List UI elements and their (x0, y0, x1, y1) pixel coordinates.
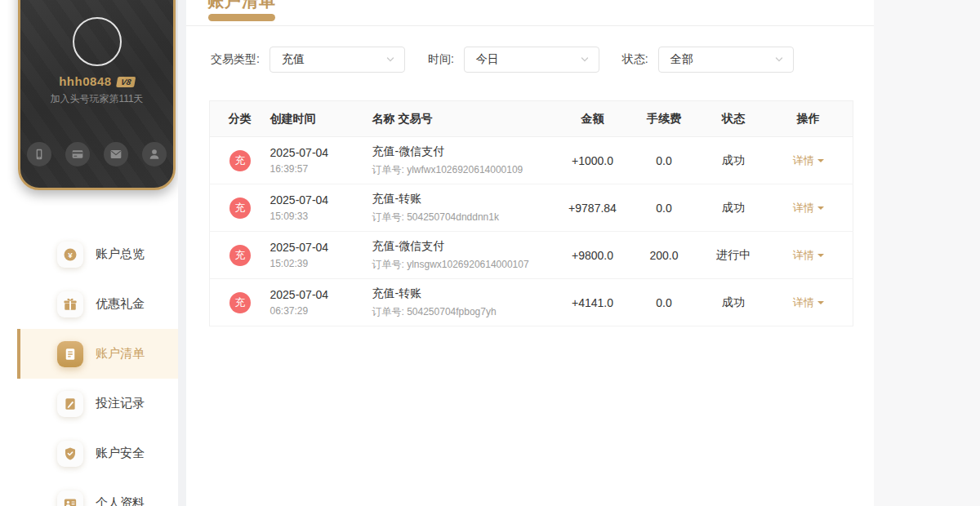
row-amount: +9800.0 (572, 249, 613, 262)
column-header: 名称 交易号 (372, 101, 560, 137)
title-underline (208, 14, 275, 21)
column-header: 操作 (764, 101, 853, 137)
quick-action-button[interactable] (65, 142, 90, 166)
join-days-text: 加入头号玩家第111天 (20, 92, 173, 106)
filter-group: 状态:全部 (622, 47, 794, 73)
row-date: 2025-07-04 (270, 288, 372, 301)
caret-down-icon (817, 301, 824, 308)
filter-label: 时间: (428, 52, 454, 67)
record-icon (63, 397, 78, 411)
category-badge: 充 (229, 292, 251, 313)
column-header: 分类 (210, 101, 270, 137)
select-value: 今日 (476, 52, 580, 67)
profile-card: hhh0848V8 加入头号玩家第111天 (18, 0, 176, 190)
table-body: 充2025-07-0416:39:57充值-微信支付订单号: ylwfwx102… (210, 137, 853, 326)
detail-link[interactable]: 详情 (793, 296, 824, 308)
category-badge: 充 (229, 245, 251, 266)
column-header: 创建时间 (270, 101, 372, 137)
sidebar-item[interactable]: 账户安全 (0, 428, 178, 478)
row-name: 充值-微信支付 (372, 144, 560, 159)
detail-link[interactable]: 详情 (793, 249, 824, 261)
main-content: 账户清单 交易类型:充值时间:今日状态:全部 分类创建时间名称 交易号金额手续费… (186, 0, 874, 506)
contact-icon (148, 148, 161, 161)
filter-label: 交易类型: (211, 52, 260, 67)
filter-select[interactable]: 全部 (658, 47, 794, 73)
detail-link-label: 详情 (793, 249, 814, 261)
filter-group: 时间:今日 (428, 47, 599, 73)
row-time: 15:09:33 (270, 211, 372, 222)
row-status: 成功 (722, 201, 745, 214)
row-name: 充值-转账 (372, 192, 560, 206)
sidebar-item[interactable]: 优惠礼金 (0, 279, 178, 329)
mobile-icon (33, 148, 46, 161)
sidebar-item[interactable]: 个人资料 (0, 478, 178, 506)
row-fee: 0.0 (656, 154, 671, 167)
sidebar-item-label: 账户总览 (96, 246, 145, 262)
gift-icon (63, 297, 78, 312)
sidebar-menu: 账户总览优惠礼金账户清单投注记录账户安全个人资料 (0, 229, 178, 506)
column-header: 金额 (560, 101, 626, 137)
filter-select[interactable]: 今日 (464, 47, 599, 73)
sidebar-item[interactable]: 账户总览 (0, 229, 178, 279)
bank-card-icon (71, 148, 84, 161)
avatar[interactable] (73, 17, 122, 66)
sidebar-item-label: 个人资料 (96, 495, 145, 506)
transactions-table: 分类创建时间名称 交易号金额手续费状态操作 充2025-07-0416:39:5… (209, 100, 853, 326)
filter-bar: 交易类型:充值时间:今日状态:全部 (211, 47, 817, 73)
caret-down-icon (817, 159, 824, 166)
caret-down-icon (817, 206, 824, 213)
row-time: 15:02:39 (270, 258, 372, 269)
category-badge: 充 (229, 198, 251, 219)
row-date: 2025-07-04 (270, 193, 372, 206)
sidebar-divider (178, 0, 186, 506)
filter-group: 交易类型:充值 (211, 47, 405, 73)
sidebar: hhh0848V8 加入头号玩家第111天 账户总览优惠礼金账户清单投注记录账户… (0, 0, 178, 506)
quick-action-button[interactable] (104, 142, 128, 166)
table-row: 充2025-07-0406:37:29充值-转账订单号: 504250704fp… (210, 279, 853, 326)
select-value: 充值 (282, 52, 385, 67)
sidebar-item-label: 优惠礼金 (96, 296, 145, 312)
select-value: 全部 (670, 52, 774, 67)
row-date: 2025-07-04 (270, 241, 372, 254)
filter-select[interactable]: 充值 (270, 47, 405, 73)
category-badge: 充 (229, 150, 251, 171)
row-status: 进行中 (716, 248, 751, 261)
row-amount: +9787.84 (568, 202, 617, 215)
detail-link[interactable]: 详情 (793, 202, 824, 214)
row-name: 充值-转账 (372, 286, 560, 301)
row-name: 充值-微信支付 (372, 239, 560, 254)
row-order-number: 订单号: 504250704fpbog7yh (372, 305, 560, 319)
quick-action-button[interactable] (27, 142, 51, 166)
table-row: 充2025-07-0416:39:57充值-微信支付订单号: ylwfwx102… (210, 137, 853, 184)
row-fee: 0.0 (656, 296, 671, 309)
row-fee: 0.0 (656, 202, 671, 215)
username: hhh0848 (59, 74, 111, 88)
row-status: 成功 (722, 295, 745, 308)
quick-action-button[interactable] (142, 142, 167, 166)
row-date: 2025-07-04 (270, 146, 372, 159)
idcard-icon (63, 496, 78, 506)
row-order-number: 订单号: 504250704dnddnn1k (372, 211, 560, 224)
shield-icon (63, 446, 78, 461)
header-divider (186, 25, 874, 26)
row-order-number: 订单号: ylnsgwx1026920614000107 (372, 258, 560, 272)
detail-link-label: 详情 (793, 202, 814, 214)
row-status: 成功 (722, 153, 745, 166)
sidebar-item-label: 账户清单 (96, 346, 145, 362)
vip-level-badge: V8 (116, 77, 136, 87)
column-header: 手续费 (626, 101, 703, 137)
table-row: 充2025-07-0415:02:39充值-微信支付订单号: ylnsgwx10… (210, 232, 853, 279)
table-row: 充2025-07-0415:09:33充值-转账订单号: 504250704dn… (210, 184, 853, 232)
sidebar-item-label: 账户安全 (96, 446, 145, 461)
chevron-down-icon (580, 55, 590, 64)
row-fee: 200.0 (649, 249, 678, 262)
page-title: 账户清单 (207, 0, 276, 12)
table-header-row: 分类创建时间名称 交易号金额手续费状态操作 (210, 101, 853, 137)
sidebar-item[interactable]: 投注记录 (0, 379, 178, 428)
sidebar-item[interactable]: 账户清单 (0, 329, 178, 379)
detail-link[interactable]: 详情 (793, 154, 824, 166)
row-amount: +4141.0 (572, 296, 613, 309)
column-header: 状态 (703, 101, 764, 137)
balance-icon (63, 247, 78, 262)
sidebar-item-label: 投注记录 (96, 396, 145, 411)
